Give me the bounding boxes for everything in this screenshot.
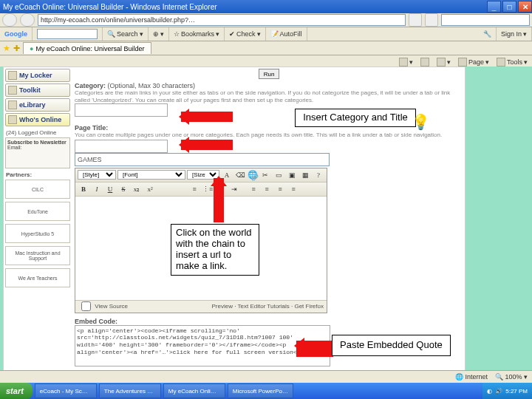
font-select[interactable]: [Font] <box>117 170 185 180</box>
task-1[interactable]: eCoach - My Sc… <box>35 383 97 398</box>
category-input[interactable] <box>75 103 168 117</box>
stop-button[interactable] <box>425 13 438 27</box>
window-titlebar: My eCoach Online: Universal Builder - Wi… <box>0 0 532 13</box>
google-search-button[interactable]: 🔍 Search ▾ <box>103 27 149 41</box>
partner-edutone[interactable]: EduTone <box>5 202 70 221</box>
tools-menu[interactable]: Tools ▾ <box>497 58 528 66</box>
partner-cilc[interactable]: CILC <box>5 180 70 199</box>
align-right-button[interactable]: ≡ <box>274 183 286 195</box>
partner-hyperstudio[interactable]: HyperStudio 5 <box>5 224 70 243</box>
google-bookmarks-button[interactable]: ☆ Bookmarks ▾ <box>169 27 225 41</box>
italic-button[interactable]: I <box>91 183 103 195</box>
favorites-icon[interactable]: ★ <box>3 44 10 53</box>
arrow-embed <box>296 341 333 357</box>
page-title-input[interactable]: GAMES <box>75 153 330 166</box>
unlink-button[interactable]: ✂ <box>259 169 271 181</box>
content-panel: My Locker Toolkit eLibrary Who's Online … <box>3 66 466 383</box>
address-bar-row <box>0 13 532 27</box>
google-autofill-button[interactable]: 📝 AutoFill <box>266 27 307 41</box>
globe-icon: ● <box>30 45 33 52</box>
strike-button[interactable]: S <box>117 183 129 195</box>
sidebar-elibrary[interactable]: eLibrary <box>5 98 70 112</box>
lightbulb-icon: 💡 <box>412 113 430 131</box>
category-label: Category: <box>75 82 106 89</box>
callout-embed: Paste Embedded Quote <box>332 335 451 356</box>
page-title-label: Page Title: <box>75 124 108 132</box>
minimize-button[interactable]: _ <box>487 1 501 13</box>
google-brand: Google <box>0 27 33 41</box>
start-button[interactable]: start <box>0 383 33 399</box>
logged-online-label: (24) Logged Online <box>6 129 70 136</box>
align-center-button[interactable]: ≡ <box>261 183 273 195</box>
google-wrench-button[interactable]: 🔧 <box>479 27 497 41</box>
sidebar-toolkit[interactable]: Toolkit <box>5 83 70 97</box>
google-more-button[interactable]: ⊕ ▾ <box>149 27 170 41</box>
tray-icon[interactable]: 🔊 <box>495 388 502 395</box>
run-button[interactable]: Run <box>259 69 280 79</box>
tab-row: ★ ✚ ● My eCoach Online: Universal Builde… <box>0 41 532 55</box>
window-title: My eCoach Online: Universal Builder - Wi… <box>3 3 217 11</box>
image-button[interactable]: ▭ <box>273 169 284 181</box>
style-select[interactable]: [Style] <box>78 170 116 180</box>
sidebar-whos-online[interactable]: Who's Online <box>5 113 70 126</box>
preview-link[interactable]: Preview <box>212 303 233 310</box>
google-check-button[interactable]: ✔ Check ▾ <box>225 27 266 41</box>
task-4[interactable]: Microsoft PowerPo… <box>228 383 293 398</box>
system-tray[interactable]: ◐ 🔊 5:27 PM <box>482 383 532 399</box>
feeds-button[interactable] <box>420 58 429 66</box>
partner-teachers[interactable]: We Are Teachers <box>5 268 70 287</box>
category-description: Categories are the main links in your si… <box>75 89 463 103</box>
page-title-input-small[interactable] <box>75 140 168 153</box>
refresh-button[interactable] <box>409 13 422 27</box>
indent-button[interactable]: ⇥ <box>228 183 240 195</box>
task-3[interactable]: My eCoach Onli… <box>163 383 225 398</box>
add-favorites-icon[interactable]: ✚ <box>13 44 20 53</box>
align-left-button[interactable]: ≡ <box>248 183 259 195</box>
underline-button[interactable]: U <box>104 183 116 195</box>
getfirefox-link[interactable]: Get Firefox <box>294 303 324 310</box>
view-source-toggle[interactable]: View Source <box>78 299 128 313</box>
toolkit-icon <box>8 86 17 95</box>
ie-status-bar: 🌐 Internet 🔍 100% ▾ <box>0 370 532 383</box>
help-button[interactable]: ? <box>313 169 324 181</box>
page-menu[interactable]: Page ▾ <box>458 58 489 66</box>
tray-icon[interactable]: ◐ <box>487 388 492 395</box>
print-button[interactable]: ▾ <box>437 58 451 66</box>
home-button[interactable]: ▾ <box>399 58 413 66</box>
arrow-title <box>181 140 233 150</box>
zone-label: 🌐 Internet <box>455 373 488 381</box>
ol-button[interactable]: ≡ <box>188 183 200 195</box>
editor-footer: View Source Preview · Text Editor Tutori… <box>75 300 327 313</box>
newsletter-title: Subscribe to Newsletter <box>7 140 66 145</box>
back-button[interactable] <box>2 13 17 27</box>
newsletter-box[interactable]: Subscribe to Newsletter Email: <box>5 137 70 168</box>
left-sidebar: My Locker Toolkit eLibrary Who's Online … <box>5 69 70 290</box>
sup-button[interactable]: x² <box>144 183 156 195</box>
eraser-button[interactable]: ⌫ <box>234 169 246 181</box>
sub-button[interactable]: x₂ <box>131 183 143 195</box>
zoom-label[interactable]: 🔍 100% ▾ <box>495 373 528 381</box>
maximize-button[interactable]: □ <box>502 1 516 13</box>
justify-button[interactable]: ≡ <box>287 183 299 195</box>
sidebar-my-locker[interactable]: My Locker <box>5 69 70 82</box>
ie-search-input[interactable] <box>441 14 530 26</box>
editor-toolbar-1: [Style] [Font] [Size] A ⌫ 🌐🔗 ✂ ▭ ▣ ▦ ? <box>75 168 327 183</box>
bold-button[interactable]: B <box>78 183 89 195</box>
editor-toolbar-2: B I U S x₂ x² ≡ ⋮≡ ⇤ ⇥ ≡ ≡ ≡ ≡ <box>75 183 327 197</box>
address-input[interactable] <box>38 14 406 26</box>
insert-link-button[interactable]: 🌐🔗 <box>248 170 258 180</box>
task-2[interactable]: The Adventures … <box>99 383 161 398</box>
google-signin-button[interactable]: Sign In ▾ <box>497 27 532 41</box>
browser-tab[interactable]: ● My eCoach Online: Universal Builder <box>23 42 151 54</box>
media-button[interactable]: ▣ <box>286 169 298 181</box>
partner-mac[interactable]: Mac Instruction and Support <box>5 246 70 265</box>
google-search-input[interactable] <box>37 29 98 39</box>
embed-label: Embed Code: <box>75 318 463 325</box>
newsletter-sub: Email: <box>7 145 21 150</box>
person-icon <box>8 115 17 124</box>
close-button[interactable]: ✕ <box>518 1 532 13</box>
locker-icon <box>8 71 17 80</box>
table-button[interactable]: ▦ <box>299 169 311 181</box>
forward-button[interactable] <box>20 13 35 27</box>
tutorials-link[interactable]: Text Editor Tutorials <box>238 303 290 310</box>
